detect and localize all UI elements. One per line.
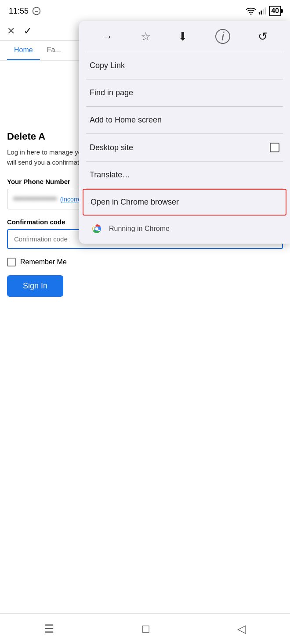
- status-time: 11:55: [9, 7, 29, 16]
- context-menu-dropdown: → ☆ ⬇ i ↺ Copy Link Find in page Add to …: [79, 21, 290, 244]
- svg-point-8: [95, 227, 98, 230]
- wifi-icon: [246, 7, 256, 15]
- copy-link-item[interactable]: Copy Link: [79, 52, 290, 79]
- svg-rect-4: [263, 9, 264, 15]
- battery-level: 40: [271, 7, 279, 15]
- running-in-chrome-text: Running in Chrome: [109, 225, 170, 233]
- check-button[interactable]: ✓: [24, 25, 32, 37]
- bookmark-icon[interactable]: ☆: [141, 30, 151, 43]
- battery-icon: 40: [269, 6, 281, 16]
- status-icons: 40: [246, 6, 281, 16]
- tab-fa[interactable]: Fa...: [40, 41, 68, 60]
- whatsapp-icon: [32, 7, 41, 15]
- status-bar: 11:55 40: [0, 0, 290, 22]
- bottom-nav-bar: ☰ □ ◁: [0, 613, 290, 644]
- open-in-chrome-label: Open in Chrome browser: [91, 198, 179, 207]
- desktop-site-label: Desktop site: [90, 143, 133, 152]
- copy-link-label: Copy Link: [90, 61, 125, 70]
- svg-rect-2: [259, 12, 260, 14]
- add-to-home-item[interactable]: Add to Home screen: [79, 107, 290, 133]
- dropdown-toolbar: → ☆ ⬇ i ↺: [79, 21, 290, 52]
- find-in-page-item[interactable]: Find in page: [79, 79, 290, 106]
- svg-rect-3: [261, 11, 262, 14]
- find-in-page-label: Find in page: [90, 88, 133, 97]
- page-title-text: Delete A: [7, 131, 45, 142]
- refresh-icon[interactable]: ↺: [258, 30, 268, 43]
- chrome-logo-icon: [90, 222, 104, 236]
- remember-me-label: Remember Me: [20, 258, 67, 266]
- signin-label: Sign In: [23, 281, 47, 290]
- remember-me-checkbox[interactable]: [7, 258, 16, 266]
- signal-icon: [258, 7, 266, 15]
- forward-icon[interactable]: →: [102, 30, 113, 43]
- add-to-home-label: Add to Home screen: [90, 115, 162, 125]
- home-icon[interactable]: □: [142, 622, 149, 636]
- svg-rect-5: [265, 7, 266, 14]
- translate-item[interactable]: Translate…: [79, 162, 290, 188]
- close-button[interactable]: ✕: [7, 25, 15, 37]
- remember-me-row: Remember Me: [7, 258, 283, 266]
- desktop-site-item[interactable]: Desktop site: [79, 134, 290, 161]
- back-icon[interactable]: ◁: [237, 622, 246, 636]
- info-icon[interactable]: i: [215, 29, 230, 44]
- running-in-chrome-row: Running in Chrome: [79, 216, 290, 244]
- open-in-chrome-item[interactable]: Open in Chrome browser: [83, 189, 286, 216]
- signin-button[interactable]: Sign In: [7, 275, 63, 297]
- translate-label: Translate…: [90, 170, 130, 180]
- phone-value: ••••••••••••: [14, 194, 58, 204]
- svg-point-1: [250, 14, 252, 15]
- menu-icon[interactable]: ☰: [44, 622, 54, 636]
- tab-home-label: Home: [14, 46, 33, 54]
- tab-fa-label: Fa...: [47, 46, 61, 54]
- download-icon[interactable]: ⬇: [178, 30, 188, 43]
- tab-home[interactable]: Home: [7, 41, 40, 60]
- desktop-site-checkbox[interactable]: [270, 143, 279, 152]
- svg-point-0: [33, 7, 40, 15]
